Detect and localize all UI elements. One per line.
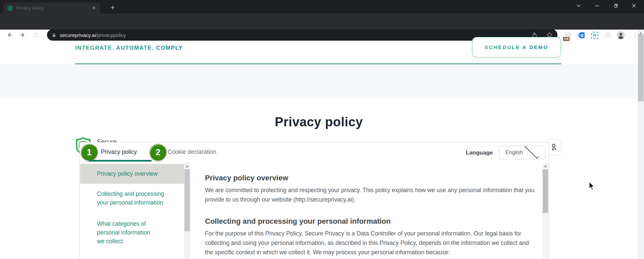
profile-avatar-icon[interactable] [616,31,625,40]
step-2-badge: 2 [150,144,166,161]
extensions-puzzle-icon[interactable] [604,31,612,40]
window-minimize-button[interactable] [589,0,605,11]
language-value: English [505,149,523,156]
tab-title: Privacy policy [16,5,88,10]
forward-icon[interactable] [18,30,28,40]
page-scrollbar[interactable] [638,30,644,259]
section-collecting: Collecting and processing your personal … [205,217,535,257]
svg-text:B: B [581,34,584,38]
content-scrollbar[interactable] [542,163,548,259]
window-restore-button[interactable] [608,0,623,11]
clipper-extension-icon[interactable]: N [590,31,599,40]
page-title: Privacy policy [0,115,638,129]
back-icon[interactable] [4,30,14,40]
person-login-icon [550,143,558,152]
cup-extension-icon[interactable]: Off [564,31,573,40]
site-tagline: INTEGRATE. AUTOMATE. COMPLY [75,45,183,51]
step-1-badge: 1 [81,144,98,161]
policy-widget: 1 Privacy policy 2 Cookie declaration La… [79,142,549,259]
mouse-cursor [589,181,595,192]
tab-strip: Privacy policy ✕ + [0,0,644,13]
reload-icon[interactable] [31,30,41,40]
sidebar-scrollbar[interactable] [184,163,190,259]
section-heading: Privacy policy overview [205,174,535,182]
sidebar-item-overview[interactable]: Privacy policy overview [80,164,184,184]
schedule-demo-button[interactable]: SCHEDULE A DEMO [472,37,561,57]
scroll-up-icon[interactable] [639,32,642,34]
favicon-shield-icon [7,5,13,11]
tag-extension-icon[interactable]: B [577,31,586,40]
active-tab-underline [89,160,152,162]
chevron-down-icon [525,144,539,159]
sidebar-item-categories[interactable]: What categories of personal information … [80,219,184,246]
url-host: secureprivacy.ai [60,32,96,38]
scroll-up-icon[interactable] [544,165,547,167]
scrollbar-thumb[interactable] [543,169,548,213]
sidebar-item-collecting[interactable]: Collecting and processing your personal … [80,189,184,207]
url-text[interactable]: secureprivacy.ai/privacypolicy [60,32,126,38]
tab-search-chevron-icon[interactable] [571,0,586,11]
tab-cookie-declaration[interactable]: Cookie declaration [168,148,216,156]
new-tab-button[interactable]: + [108,3,117,12]
language-select[interactable]: English [499,146,545,159]
url-path: /privacypolicy [96,32,126,38]
section-body: We are committed to protecting and respe… [205,185,535,204]
browser-toolbar: secureprivacy.ai/privacypolicy Off B N ⋮ [0,13,644,30]
section-overview: Privacy policy overview We are committed… [205,174,535,204]
scrollbar-thumb[interactable] [184,169,190,231]
lock-icon[interactable] [52,33,56,38]
scroll-up-icon[interactable] [185,165,189,167]
tab-privacy-policy[interactable]: Privacy policy [101,148,137,156]
sidebar-item-label: Collecting and processing your personal … [80,189,171,207]
schedule-demo-label: SCHEDULE A DEMO [485,44,549,50]
browser-window: Privacy policy ✕ + s [0,0,644,259]
window-close-button[interactable] [626,0,642,11]
main-navbar: Secure Privacy Solutions Features Techno… [0,64,638,99]
sidebar-item-label: Privacy policy overview [80,169,176,178]
tab-close-icon[interactable]: ✕ [92,5,96,10]
language-label: Language [466,149,493,156]
browser-tab[interactable]: Privacy policy ✕ [3,2,100,13]
extension-off-badge: Off [563,37,570,41]
sidebar-item-label: What categories of personal information … [80,219,157,246]
scrollbar-thumb[interactable] [638,34,644,101]
section-heading: Collecting and processing your personal … [205,217,535,226]
section-body: For the purpose of this Privacy Policy, … [205,229,535,257]
